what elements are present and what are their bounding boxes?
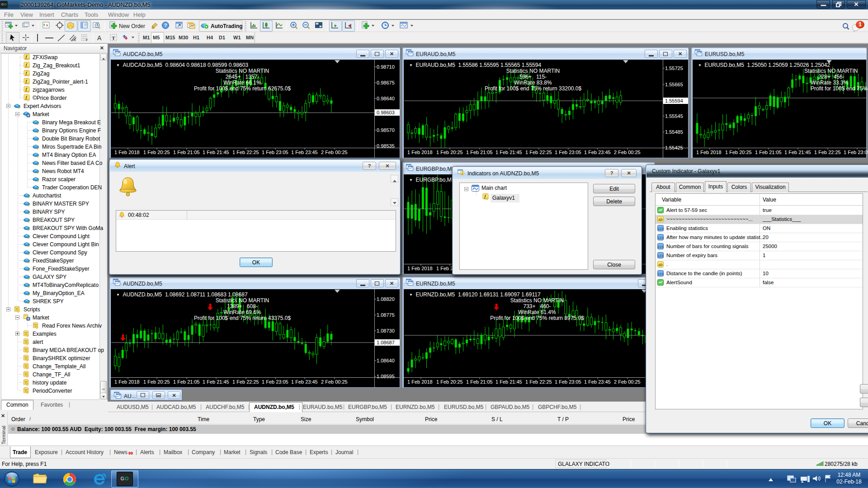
svg-text:T: T [112,35,115,41]
svg-text:?: ? [164,23,167,28]
svg-text:F: F [86,38,88,42]
svg-text:E: E [74,38,76,42]
